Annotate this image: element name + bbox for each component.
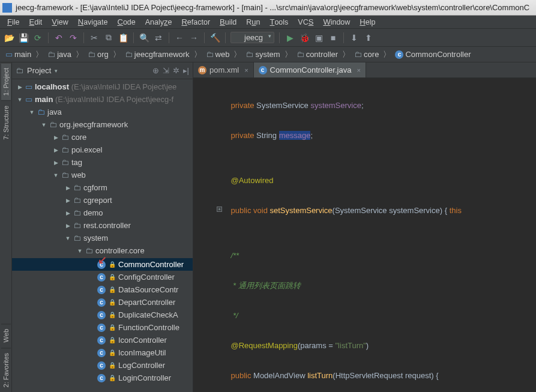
make-icon[interactable]: 🔨 [209, 32, 220, 43]
main-toolbar: 📂 💾 ⟳ ↶ ↷ ✂ ⧉ 📋 🔍 ⇄ ← → 🔨 jeecg ▶ 🐞 ▣ ■ … [0, 29, 536, 47]
project-icon: 🗀 [16, 66, 23, 75]
menu-file[interactable]: File [4, 16, 23, 28]
run-icon[interactable]: ▶ [285, 32, 295, 43]
editor-zone: mpom.xml× cCommonController.java× ↙ priv… [193, 62, 536, 392]
collapse-all-icon[interactable]: ⇲ [163, 66, 169, 75]
tree-class-departcontroller[interactable]: c🔒DepartController [12, 296, 193, 309]
tree-pkg-cgreport[interactable]: 🗀cgreport [12, 194, 193, 207]
window-title: jeecg-framework - [E:\java\InteliJ IDEA … [16, 3, 529, 12]
scroll-from-source-icon[interactable]: ⊕ [152, 66, 159, 75]
lock-icon: 🔒 [109, 324, 116, 331]
tree-pkg-core[interactable]: 🗀core [12, 131, 193, 143]
crumb-java[interactable]: 🗀 java [44, 49, 74, 60]
coverage-icon[interactable]: ▣ [313, 32, 324, 43]
class-icon: c [259, 66, 267, 74]
lock-icon: 🔒 [109, 286, 116, 293]
open-icon[interactable]: 📂 [4, 32, 14, 43]
tree-pkg-tag[interactable]: 🗀tag [12, 156, 193, 169]
chevron-down-icon[interactable]: ▾ [55, 68, 58, 74]
menu-run[interactable]: Run [242, 16, 263, 28]
menu-edit[interactable]: Edit [25, 16, 46, 28]
menu-code[interactable]: Code [113, 16, 139, 28]
menu-navigate[interactable]: Navigate [74, 16, 112, 28]
fold-icon[interactable]: + [217, 207, 222, 212]
tree-class-configcontroller[interactable]: c🔒ConfigController [12, 271, 193, 283]
lock-icon: 🔒 [109, 375, 116, 381]
run-config-selector[interactable]: jeecg [230, 32, 274, 43]
tree-pkg-system[interactable]: 🗀system [12, 232, 193, 244]
toolwin-project[interactable]: 1: Project [1, 62, 11, 100]
menu-window[interactable]: Window [319, 16, 354, 28]
lock-icon: 🔒 [109, 349, 116, 356]
tree-pkg-rest[interactable]: 🗀rest.controller [12, 219, 193, 232]
replace-icon[interactable]: ⇄ [153, 32, 164, 43]
hide-icon[interactable]: ▸| [183, 66, 189, 75]
save-icon[interactable]: 💾 [18, 32, 29, 43]
debug-icon[interactable]: 🐞 [299, 32, 310, 43]
tree-class-duplicatechecka[interactable]: c🔒DuplicateCheckA [12, 309, 193, 321]
redo-icon[interactable]: ↷ [68, 32, 79, 43]
vcs-commit-icon[interactable]: ⬆ [363, 32, 374, 43]
lock-icon: 🔒 [109, 261, 116, 268]
crumb-system[interactable]: 🗀 system [242, 49, 283, 60]
tree-pkg-cgform[interactable]: 🗀cgform [12, 181, 193, 194]
code-editor[interactable]: private SystemService systemService; pri… [193, 78, 536, 392]
project-tree[interactable]: ▭localhost (E:\java\InteliJ IDEA Poject\… [12, 79, 193, 392]
back-icon[interactable]: ← [174, 32, 185, 43]
sync-icon[interactable]: ⟳ [32, 32, 43, 43]
tree-dir-java[interactable]: 🗀java [12, 106, 193, 118]
menu-vcs[interactable]: VCS [294, 16, 317, 28]
forward-icon[interactable]: → [188, 32, 199, 43]
menu-analyze[interactable]: Analyze [142, 16, 176, 28]
app-logo-icon [2, 3, 12, 13]
tree-class-logcontroller[interactable]: c🔒LogController [12, 359, 193, 372]
tree-pkg-poi[interactable]: 🗀poi.excel [12, 143, 193, 156]
crumb-main[interactable]: ▭ main [2, 49, 34, 60]
tree-class-iconimageutil[interactable]: c🔒IconImageUtil [12, 346, 193, 359]
undo-icon[interactable]: ↶ [53, 32, 64, 43]
tree-class-iconcontroller[interactable]: c🔒IconController [12, 334, 193, 346]
menu-bar: File Edit View Navigate Code Analyze Ref… [0, 16, 536, 29]
menu-tools[interactable]: Tools [266, 16, 292, 28]
crumb-web[interactable]: 🗀 web [203, 49, 233, 60]
copy-icon[interactable]: ⧉ [103, 32, 114, 43]
crumb-core[interactable]: 🗀 core [351, 49, 382, 60]
tab-commoncontroller[interactable]: cCommonController.java× [254, 62, 366, 77]
cut-icon[interactable]: ✂ [89, 32, 100, 43]
project-pane-header: 🗀 Project ▾ ⊕ ⇲ ✲ ▸| [12, 62, 193, 79]
paste-icon[interactable]: 📋 [118, 32, 128, 43]
crumb-jeecgframework[interactable]: 🗀 jeecgframework [122, 49, 193, 60]
tree-pkg-web[interactable]: 🗀web [12, 169, 193, 181]
toolwin-favorites[interactable]: 2: Favorites [1, 348, 11, 392]
lock-icon: 🔒 [109, 299, 116, 306]
toolwin-structure[interactable]: 7: Structure [1, 100, 11, 145]
crumb-commoncontroller[interactable]: c CommonController [392, 49, 474, 60]
stop-icon[interactable]: ■ [328, 32, 339, 43]
toolwin-web[interactable]: Web [1, 324, 11, 347]
tree-class-functioncontroller[interactable]: c🔒FunctionControlle [12, 321, 193, 334]
find-icon[interactable]: 🔍 [139, 32, 149, 43]
tree-module-localhost[interactable]: ▭localhost (E:\java\InteliJ IDEA Poject\… [12, 80, 193, 93]
tool-window-bar-left: 1: Project 7: Structure Web 2: Favorites [0, 62, 12, 392]
lock-icon: 🔒 [109, 362, 116, 369]
window-title-bar: jeecg-framework - [E:\java\InteliJ IDEA … [0, 0, 536, 16]
menu-build[interactable]: Build [216, 16, 240, 28]
menu-refactor[interactable]: Refactor [178, 16, 214, 28]
crumb-controller[interactable]: 🗀 controller [294, 49, 341, 60]
close-icon[interactable]: × [244, 67, 248, 74]
lock-icon: 🔒 [109, 337, 116, 343]
tree-module-main[interactable]: ▭main (E:\java\InteliJ IDEA Poject\jeecg… [12, 93, 193, 106]
crumb-org[interactable]: 🗀 org [85, 49, 112, 60]
tree-class-logincontroller[interactable]: c🔒LoginController [12, 372, 193, 384]
tree-pkg-demo[interactable]: 🗀demo [12, 207, 193, 219]
vcs-update-icon[interactable]: ⬇ [349, 32, 360, 43]
lock-icon: 🔒 [109, 274, 116, 280]
menu-help[interactable]: Help [356, 16, 379, 28]
tree-class-datasourcecontr[interactable]: c🔒DataSourceContr [12, 283, 193, 296]
tree-pkg-root[interactable]: 🗀org.jeecgframework [12, 118, 193, 131]
gear-icon[interactable]: ✲ [173, 66, 179, 75]
close-icon[interactable]: × [357, 67, 360, 74]
tab-pom[interactable]: mpom.xml× [193, 62, 254, 77]
menu-view[interactable]: View [48, 16, 71, 28]
project-view-label[interactable]: Project [27, 66, 51, 75]
